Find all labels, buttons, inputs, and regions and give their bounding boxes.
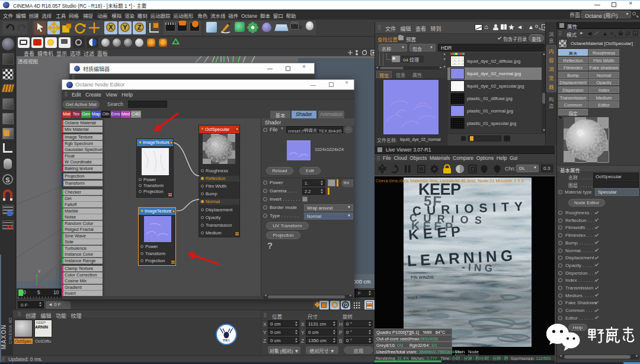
svg-text:wurf: wurf — [407, 295, 417, 300]
svg-text:PIN WINZIG: PIN WINZIG — [411, 275, 434, 279]
svg-text:R: R — [420, 166, 424, 172]
svg-text:野鹿志: 野鹿志 — [223, 339, 230, 342]
svg-text:Y: Y — [38, 269, 41, 273]
